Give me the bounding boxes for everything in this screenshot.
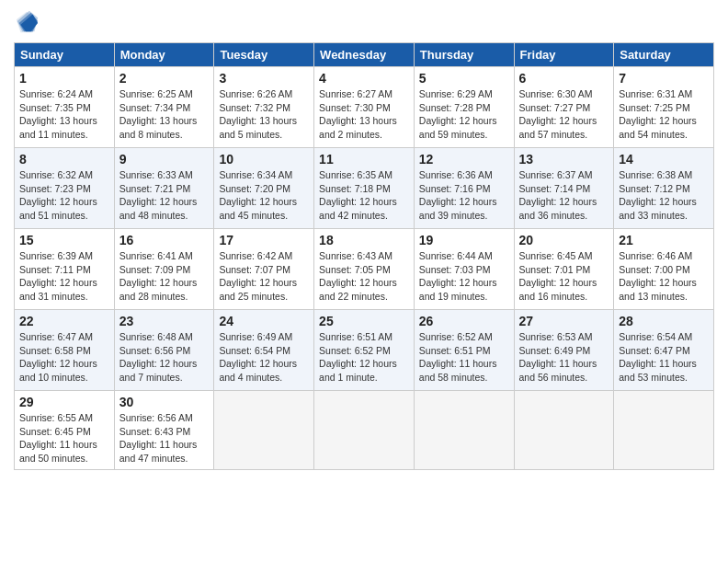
day-detail: Sunrise: 6:39 AM Sunset: 7:11 PM Dayligh…	[19, 249, 109, 304]
calendar-cell: 14Sunrise: 6:38 AM Sunset: 7:12 PM Dayli…	[614, 148, 714, 229]
weekday-header-saturday: Saturday	[614, 43, 714, 67]
calendar-week-row: 22Sunrise: 6:47 AM Sunset: 6:58 PM Dayli…	[15, 310, 714, 391]
day-number: 3	[219, 71, 309, 86]
calendar-header-row: SundayMondayTuesdayWednesdayThursdayFrid…	[15, 43, 714, 67]
day-detail: Sunrise: 6:35 AM Sunset: 7:18 PM Dayligh…	[319, 168, 409, 223]
calendar-cell: 21Sunrise: 6:46 AM Sunset: 7:00 PM Dayli…	[614, 229, 714, 310]
day-number: 30	[119, 395, 210, 409]
calendar-cell: 12Sunrise: 6:36 AM Sunset: 7:16 PM Dayli…	[414, 148, 514, 229]
calendar-cell: 25Sunrise: 6:51 AM Sunset: 6:52 PM Dayli…	[314, 310, 415, 391]
day-detail: Sunrise: 6:37 AM Sunset: 7:14 PM Dayligh…	[519, 168, 609, 223]
day-number: 18	[319, 233, 409, 247]
day-detail: Sunrise: 6:30 AM Sunset: 7:27 PM Dayligh…	[519, 87, 609, 142]
day-number: 14	[619, 152, 709, 167]
calendar-cell: 13Sunrise: 6:37 AM Sunset: 7:14 PM Dayli…	[514, 148, 614, 229]
day-number: 13	[519, 152, 609, 167]
calendar-cell: 30Sunrise: 6:56 AM Sunset: 6:43 PM Dayli…	[114, 391, 214, 470]
day-number: 15	[19, 233, 109, 247]
day-number: 16	[119, 233, 210, 247]
day-detail: Sunrise: 6:47 AM Sunset: 6:58 PM Dayligh…	[19, 330, 109, 385]
weekday-header-monday: Monday	[114, 43, 214, 67]
calendar-cell: 15Sunrise: 6:39 AM Sunset: 7:11 PM Dayli…	[15, 229, 115, 310]
calendar-cell: 1Sunrise: 6:24 AM Sunset: 7:35 PM Daylig…	[15, 67, 115, 148]
logo-icon	[14, 9, 40, 35]
calendar-cell: 16Sunrise: 6:41 AM Sunset: 7:09 PM Dayli…	[114, 229, 214, 310]
day-detail: Sunrise: 6:56 AM Sunset: 6:43 PM Dayligh…	[119, 411, 210, 465]
day-detail: Sunrise: 6:27 AM Sunset: 7:30 PM Dayligh…	[319, 87, 409, 142]
calendar-cell	[614, 391, 714, 470]
calendar-cell: 2Sunrise: 6:25 AM Sunset: 7:34 PM Daylig…	[114, 67, 214, 148]
day-detail: Sunrise: 6:36 AM Sunset: 7:16 PM Dayligh…	[419, 168, 509, 223]
calendar-cell: 9Sunrise: 6:33 AM Sunset: 7:21 PM Daylig…	[114, 148, 214, 229]
calendar-cell: 27Sunrise: 6:53 AM Sunset: 6:49 PM Dayli…	[514, 310, 614, 391]
day-detail: Sunrise: 6:49 AM Sunset: 6:54 PM Dayligh…	[219, 330, 309, 385]
day-detail: Sunrise: 6:32 AM Sunset: 7:23 PM Dayligh…	[19, 168, 109, 223]
day-number: 11	[319, 152, 409, 167]
day-detail: Sunrise: 6:24 AM Sunset: 7:35 PM Dayligh…	[19, 87, 109, 142]
weekday-header-friday: Friday	[514, 43, 614, 67]
day-number: 20	[519, 233, 609, 247]
weekday-header-wednesday: Wednesday	[314, 43, 415, 67]
day-number: 22	[19, 314, 109, 328]
day-detail: Sunrise: 6:53 AM Sunset: 6:49 PM Dayligh…	[519, 330, 609, 385]
page-header	[14, 9, 714, 35]
calendar-cell: 20Sunrise: 6:45 AM Sunset: 7:01 PM Dayli…	[514, 229, 614, 310]
day-detail: Sunrise: 6:54 AM Sunset: 6:47 PM Dayligh…	[619, 330, 709, 385]
day-detail: Sunrise: 6:25 AM Sunset: 7:34 PM Dayligh…	[119, 87, 210, 142]
calendar-cell: 10Sunrise: 6:34 AM Sunset: 7:20 PM Dayli…	[214, 148, 314, 229]
day-number: 21	[619, 233, 709, 247]
day-number: 1	[19, 71, 109, 86]
day-detail: Sunrise: 6:45 AM Sunset: 7:01 PM Dayligh…	[519, 249, 609, 304]
day-detail: Sunrise: 6:29 AM Sunset: 7:28 PM Dayligh…	[419, 87, 509, 142]
calendar-cell: 8Sunrise: 6:32 AM Sunset: 7:23 PM Daylig…	[15, 148, 115, 229]
weekday-header-sunday: Sunday	[15, 43, 115, 67]
day-detail: Sunrise: 6:33 AM Sunset: 7:21 PM Dayligh…	[119, 168, 210, 223]
day-detail: Sunrise: 6:41 AM Sunset: 7:09 PM Dayligh…	[119, 249, 210, 304]
calendar-cell: 4Sunrise: 6:27 AM Sunset: 7:30 PM Daylig…	[314, 67, 415, 148]
day-number: 10	[219, 152, 309, 167]
day-number: 4	[319, 71, 409, 86]
day-number: 9	[119, 152, 210, 167]
day-detail: Sunrise: 6:44 AM Sunset: 7:03 PM Dayligh…	[419, 249, 509, 304]
day-detail: Sunrise: 6:34 AM Sunset: 7:20 PM Dayligh…	[219, 168, 309, 223]
day-number: 27	[519, 314, 609, 328]
day-number: 28	[619, 314, 709, 328]
day-detail: Sunrise: 6:42 AM Sunset: 7:07 PM Dayligh…	[219, 249, 309, 304]
calendar-week-row: 8Sunrise: 6:32 AM Sunset: 7:23 PM Daylig…	[15, 148, 714, 229]
day-number: 25	[319, 314, 409, 328]
day-number: 12	[419, 152, 509, 167]
day-detail: Sunrise: 6:46 AM Sunset: 7:00 PM Dayligh…	[619, 249, 709, 304]
calendar-cell: 24Sunrise: 6:49 AM Sunset: 6:54 PM Dayli…	[214, 310, 314, 391]
day-number: 24	[219, 314, 309, 328]
calendar-cell: 11Sunrise: 6:35 AM Sunset: 7:18 PM Dayli…	[314, 148, 415, 229]
calendar-cell: 17Sunrise: 6:42 AM Sunset: 7:07 PM Dayli…	[214, 229, 314, 310]
calendar-cell	[414, 391, 514, 470]
calendar-cell: 18Sunrise: 6:43 AM Sunset: 7:05 PM Dayli…	[314, 229, 415, 310]
day-number: 8	[19, 152, 109, 167]
calendar-week-row: 1Sunrise: 6:24 AM Sunset: 7:35 PM Daylig…	[15, 67, 714, 148]
weekday-header-tuesday: Tuesday	[214, 43, 314, 67]
calendar-cell: 5Sunrise: 6:29 AM Sunset: 7:28 PM Daylig…	[414, 67, 514, 148]
calendar-cell: 7Sunrise: 6:31 AM Sunset: 7:25 PM Daylig…	[614, 67, 714, 148]
calendar-cell: 26Sunrise: 6:52 AM Sunset: 6:51 PM Dayli…	[414, 310, 514, 391]
day-detail: Sunrise: 6:31 AM Sunset: 7:25 PM Dayligh…	[619, 87, 709, 142]
day-detail: Sunrise: 6:55 AM Sunset: 6:45 PM Dayligh…	[19, 411, 109, 465]
day-number: 29	[19, 395, 109, 409]
calendar-cell: 19Sunrise: 6:44 AM Sunset: 7:03 PM Dayli…	[414, 229, 514, 310]
calendar-cell: 29Sunrise: 6:55 AM Sunset: 6:45 PM Dayli…	[15, 391, 115, 470]
day-detail: Sunrise: 6:48 AM Sunset: 6:56 PM Dayligh…	[119, 330, 210, 385]
weekday-header-thursday: Thursday	[414, 43, 514, 67]
calendar-cell	[314, 391, 415, 470]
calendar-cell: 23Sunrise: 6:48 AM Sunset: 6:56 PM Dayli…	[114, 310, 214, 391]
calendar-cell	[514, 391, 614, 470]
calendar-table: SundayMondayTuesdayWednesdayThursdayFrid…	[14, 42, 714, 470]
calendar-cell: 28Sunrise: 6:54 AM Sunset: 6:47 PM Dayli…	[614, 310, 714, 391]
day-number: 6	[519, 71, 609, 86]
day-number: 19	[419, 233, 509, 247]
day-number: 17	[219, 233, 309, 247]
calendar-week-row: 15Sunrise: 6:39 AM Sunset: 7:11 PM Dayli…	[15, 229, 714, 310]
day-detail: Sunrise: 6:52 AM Sunset: 6:51 PM Dayligh…	[419, 330, 509, 385]
day-number: 5	[419, 71, 509, 86]
day-number: 26	[419, 314, 509, 328]
logo	[14, 9, 43, 35]
